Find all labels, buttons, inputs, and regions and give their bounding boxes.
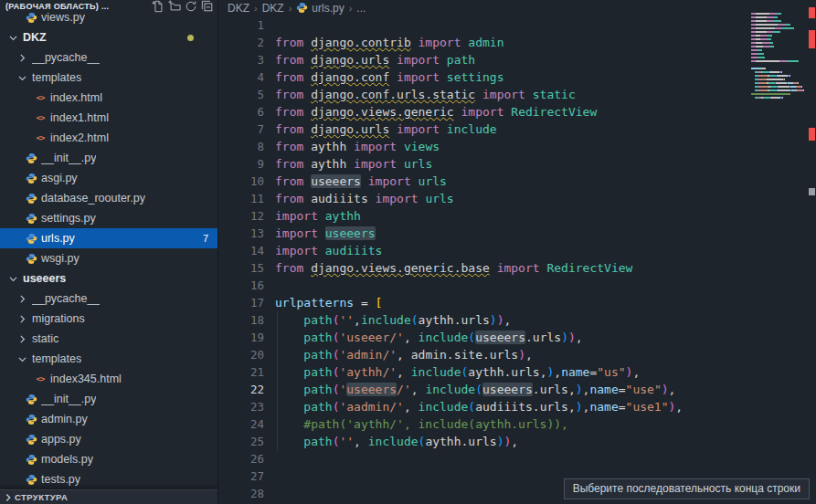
line-number[interactable]: 23 [218, 398, 264, 415]
code-line-26[interactable]: 26 [218, 450, 751, 467]
code-line-22[interactable]: 22 path('useeers/', include(useeers.urls… [218, 381, 751, 398]
tree-file-index1.html[interactable]: <>index1.html [0, 108, 217, 128]
code-line-11[interactable]: 11from audiiits import urls [218, 190, 751, 207]
code-area[interactable]: 12from django.contrib import admin3from … [218, 16, 751, 502]
breadcrumb: DKZ›DKZ›urls.py›... [218, 0, 743, 16]
code-line-20[interactable]: 20 path('admin/', admin.site.urls), [218, 346, 751, 363]
breadcrumb-item-DKZ[interactable]: DKZ [262, 2, 284, 15]
code-line-6[interactable]: 6from django.views.generic import Redire… [218, 103, 751, 121]
tree-file-admin.py[interactable]: admin.py [0, 409, 217, 429]
tree-file-__init__.py[interactable]: __init__.py [0, 148, 217, 168]
python-icon [24, 472, 38, 487]
code-line-16[interactable]: 16 [218, 277, 751, 294]
code-line-1[interactable]: 1 [218, 16, 751, 34]
breadcrumb-item-urls.py[interactable]: urls.py [312, 2, 344, 15]
code-line-9[interactable]: 9from aythh import urls [218, 155, 751, 173]
code-line-23[interactable]: 23 path('aadmin/', include(audiiits.urls… [218, 398, 751, 415]
tree-file-__init__.py[interactable]: __init__.py [0, 389, 217, 409]
explorer-section-header[interactable]: (РАБОЧАЯ ОБЛАСТЬ) ... [0, 0, 217, 12]
line-number[interactable]: 8 [218, 138, 264, 155]
line-number[interactable]: 26 [218, 450, 264, 467]
line-number[interactable]: 18 [218, 311, 264, 329]
line-number[interactable]: 11 [218, 190, 264, 207]
breadcrumb-item-...[interactable]: ... [356, 2, 366, 15]
line-number[interactable]: 5 [218, 86, 264, 103]
overview-marker [809, 188, 815, 195]
code-line-12[interactable]: 12import aythh [218, 207, 751, 225]
refresh-icon[interactable] [184, 0, 197, 13]
tree-folder-templates[interactable]: templates [0, 68, 217, 88]
line-number[interactable]: 6 [218, 103, 264, 121]
tree-file-wsgi.py[interactable]: wsgi.py [0, 248, 217, 268]
tree-file-index345.html[interactable]: <>index345.html [0, 369, 217, 389]
tree-file-urls.py[interactable]: urls.py7 [0, 228, 217, 248]
tree-file-settings.py[interactable]: settings.py [0, 208, 217, 228]
line-number[interactable]: 25 [218, 433, 264, 450]
tree-folder-static[interactable]: static [0, 329, 217, 349]
line-number[interactable]: 17 [218, 294, 264, 311]
line-number[interactable]: 12 [218, 207, 264, 225]
new-folder-icon[interactable] [167, 0, 181, 13]
breadcrumb-separator-icon: › [254, 3, 258, 14]
tree-file-index.html[interactable]: <>index.html [0, 88, 217, 108]
line-number[interactable]: 1 [218, 16, 264, 34]
line-number[interactable]: 9 [218, 155, 264, 173]
code-line-13[interactable]: 13import useeers [218, 225, 751, 242]
code-line-2[interactable]: 2from django.contrib import admin [218, 34, 751, 51]
code-text: urlpatterns = [ [264, 294, 382, 311]
code-line-4[interactable]: 4from django.conf import settings [218, 68, 751, 86]
tree-item-label: asgi.py [41, 172, 78, 184]
line-number[interactable]: 20 [218, 346, 264, 363]
tree-file-tests.py[interactable]: tests.py [0, 469, 217, 489]
code-text [264, 467, 275, 485]
tree-folder-useeers[interactable]: useeers [0, 268, 217, 289]
line-number[interactable]: 16 [218, 277, 264, 294]
line-number[interactable]: 2 [218, 34, 264, 51]
code-line-5[interactable]: 5from django.conf.urls.static import sta… [218, 86, 751, 103]
code-line-10[interactable]: 10from useeers import urls [218, 173, 751, 190]
outline-section-header[interactable]: СТРУКТУРА [0, 489, 217, 504]
code-line-7[interactable]: 7from django.urls import include [218, 121, 751, 138]
line-number[interactable]: 21 [218, 363, 264, 381]
tree-folder-__pycache__[interactable]: __pycache__ [0, 289, 217, 309]
line-number[interactable]: 28 [218, 485, 264, 502]
breadcrumb-item-DKZ[interactable]: DKZ [228, 2, 249, 15]
line-number[interactable]: 14 [218, 242, 264, 259]
line-number[interactable]: 3 [218, 51, 264, 68]
line-number[interactable]: 10 [218, 173, 264, 190]
tree-file-asgi.py[interactable]: asgi.py [0, 168, 217, 188]
code-line-24[interactable]: 24 #path('aythh/', include(aythh.urls)), [218, 415, 751, 433]
tree-folder-templates[interactable]: templates [0, 349, 217, 369]
code-line-21[interactable]: 21 path('aythh/', include(aythh.urls,),n… [218, 363, 751, 381]
code-line-18[interactable]: 18 path('',include(aythh.urls)), [218, 311, 751, 329]
tree-file-apps.py[interactable]: apps.py [0, 429, 217, 449]
overview-ruler[interactable] [808, 0, 816, 504]
code-line-14[interactable]: 14import audiiits [218, 242, 751, 259]
minimap[interactable] [751, 9, 808, 111]
tree-folder-migrations[interactable]: migrations [0, 309, 217, 329]
code-line-8[interactable]: 8from aythh import views [218, 138, 751, 155]
line-number[interactable]: 19 [218, 329, 264, 346]
tree-file-index2.html[interactable]: <>index2.html [0, 128, 217, 148]
line-number[interactable]: 13 [218, 225, 264, 242]
code-line-19[interactable]: 19 path('useeer/', include(useeers.urls)… [218, 329, 751, 346]
code-line-17[interactable]: 17urlpatterns = [ [218, 294, 751, 311]
tree-item-label: index2.html [50, 131, 109, 144]
tree-file-database_roouter.py[interactable]: database_roouter.py [0, 188, 217, 208]
code-text: from django.conf import settings [264, 68, 503, 86]
tree-item-label: models.py [41, 453, 93, 466]
line-number[interactable]: 22 [218, 381, 264, 398]
line-number[interactable]: 15 [218, 259, 264, 277]
code-line-15[interactable]: 15from django.views.generic.base import … [218, 259, 751, 277]
code-line-3[interactable]: 3from django.urls import path [218, 51, 751, 68]
line-number[interactable]: 27 [218, 467, 264, 485]
collapse-all-icon[interactable] [200, 0, 214, 13]
new-file-icon[interactable] [151, 0, 164, 13]
tree-folder-DKZ[interactable]: DKZ [0, 27, 217, 47]
code-line-25[interactable]: 25 path('', include(aythh.urls)), [218, 433, 751, 450]
tree-folder-__pycache__[interactable]: __pycache__ [0, 47, 217, 68]
line-number[interactable]: 24 [218, 415, 264, 433]
line-number[interactable]: 7 [218, 121, 264, 138]
tree-file-models.py[interactable]: models.py [0, 449, 217, 469]
line-number[interactable]: 4 [218, 68, 264, 86]
